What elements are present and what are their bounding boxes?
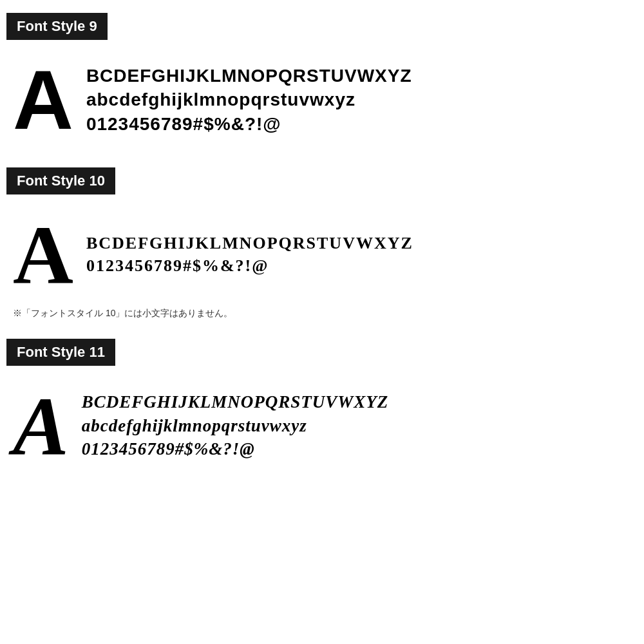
font-style-10-line-1: BCDEFGHIJKLMNOPQRSTUVWXYZ <box>86 233 413 253</box>
font-style-10-char-lines: BCDEFGHIJKLMNOPQRSTUVWXYZ 0123456789#$%&… <box>86 233 413 276</box>
font-style-11-big-letter: A <box>13 384 69 468</box>
font-style-9-line-3: 0123456789#$%&?!@ <box>86 113 412 135</box>
font-style-10-big-letter: A <box>13 213 73 296</box>
font-style-9-demo: A BCDEFGHIJKLMNOPQRSTUVWXYZ abcdefghijkl… <box>6 52 638 148</box>
font-style-10-demo: A BCDEFGHIJKLMNOPQRSTUVWXYZ 0123456789#$… <box>6 206 638 303</box>
page-container: Font Style 9 A BCDEFGHIJKLMNOPQRSTUVWXYZ… <box>6 13 638 474</box>
font-style-11-line-2: abcdefghijklmnopqrstuvwxyz <box>82 415 389 436</box>
font-style-9-line-1: BCDEFGHIJKLMNOPQRSTUVWXYZ <box>86 65 412 87</box>
font-style-10-section: Font Style 10 A BCDEFGHIJKLMNOPQRSTUVWXY… <box>6 167 638 319</box>
font-style-11-line-3: 0123456789#$%&?!@ <box>82 439 389 459</box>
font-style-11-section: Font Style 11 A BCDEFGHIJKLMNOPQRSTUVWXY… <box>6 339 638 474</box>
font-style-11-label: Font Style 11 <box>6 339 115 366</box>
font-style-10-line-2: 0123456789#$%&?!@ <box>86 256 413 276</box>
font-style-11-demo: A BCDEFGHIJKLMNOPQRSTUVWXYZ abcdefghijkl… <box>6 377 638 474</box>
font-style-10-label: Font Style 10 <box>6 167 115 194</box>
font-style-9-big-letter: A <box>13 58 73 142</box>
font-style-9-line-2: abcdefghijklmnopqrstuvwxyz <box>86 89 412 111</box>
font-style-9-label: Font Style 9 <box>6 13 108 40</box>
font-style-11-char-lines: BCDEFGHIJKLMNOPQRSTUVWXYZ abcdefghijklmn… <box>82 392 389 459</box>
font-style-11-line-1: BCDEFGHIJKLMNOPQRSTUVWXYZ <box>82 392 389 412</box>
font-style-9-char-lines: BCDEFGHIJKLMNOPQRSTUVWXYZ abcdefghijklmn… <box>86 65 412 135</box>
font-style-10-note: ※「フォントスタイル 10」には小文字はありません。 <box>6 308 638 319</box>
font-style-9-section: Font Style 9 A BCDEFGHIJKLMNOPQRSTUVWXYZ… <box>6 13 638 148</box>
